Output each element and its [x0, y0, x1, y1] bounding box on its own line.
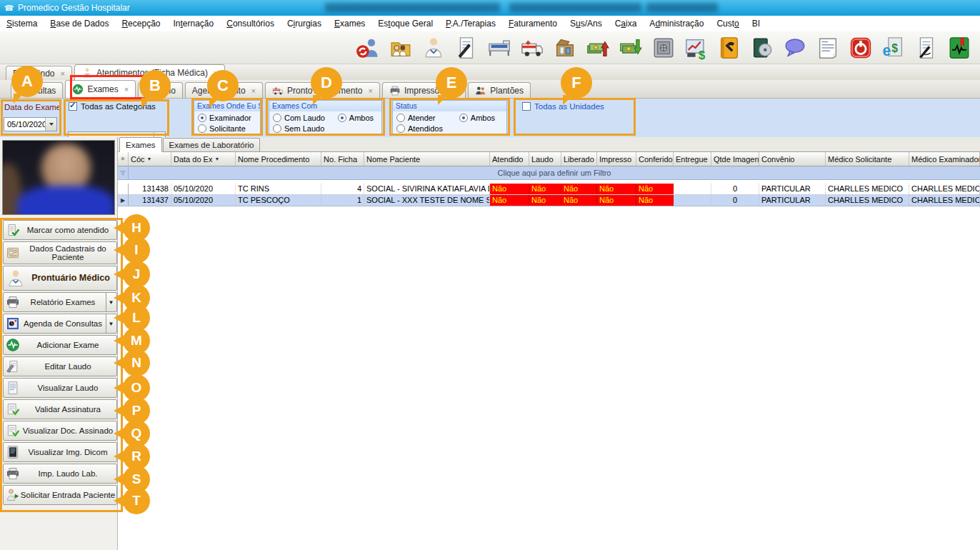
grid-tabs: Exames Exames de Laboratório — [118, 137, 980, 152]
menu-item-base-de-dados[interactable]: Base de Dados — [44, 16, 115, 31]
cell-data-do-ex: 05/10/2020 — [171, 195, 236, 206]
redacted-text — [646, 3, 718, 12]
filter-icon — [118, 166, 129, 179]
menu-item-p-a-terapias[interactable]: P.A./Terapias — [439, 16, 502, 31]
column-label: Médico Solicitante — [828, 155, 891, 164]
menu-item-sus-ans[interactable]: Sus/Ans — [564, 16, 609, 31]
cash-out-icon[interactable] — [619, 36, 643, 60]
column-header-impresso[interactable]: Impresso — [597, 152, 636, 166]
column-header-data-do-ex[interactable]: Data do Ex▼ — [171, 152, 236, 166]
cell-nome-procedimento: TC PESCOÇO — [236, 195, 321, 206]
grid-header: ✳Cóc▼Data do Ex▼Nome ProcedimentoNo. Fic… — [118, 152, 980, 166]
tab-exames-de-laboratorio[interactable]: Exames de Laboratório — [163, 138, 261, 151]
column-header-qtde-imagens[interactable]: Qtde Imagens — [711, 152, 759, 166]
menu-item-sistema[interactable]: Sistema — [0, 16, 44, 31]
table-row[interactable]: ▶13143705/10/2020TC PESCOÇO1SOCIAL - XXX… — [118, 195, 980, 206]
menu-item-consultorios[interactable]: Consultórios — [220, 16, 281, 31]
tab-exames[interactable]: Exames — [119, 137, 162, 152]
menu-item-administracao[interactable]: Administração — [643, 16, 710, 31]
cash-in-icon[interactable] — [586, 36, 610, 60]
annotation-badge-E: E — [436, 67, 467, 99]
column-label: Nome Paciente — [366, 155, 420, 164]
column-label: Conferido — [639, 155, 673, 164]
column-header-medico-examinador[interactable]: Médico Examinador — [909, 152, 980, 166]
column-label: Nome Procedimento — [238, 155, 309, 164]
column-label: Entregue — [676, 155, 708, 164]
close-icon[interactable]: × — [251, 86, 256, 95]
menu-item-bi[interactable]: BI — [746, 16, 766, 31]
column-header-nome-paciente[interactable]: Nome Paciente — [364, 152, 490, 166]
invoice-icon[interactable] — [816, 36, 840, 60]
title-bar: ☎ Promedico Gestão Hospitalar — [0, 0, 980, 16]
menu-item-internacao[interactable]: Internação — [166, 16, 220, 31]
sort-descending-icon[interactable]: ▼ — [147, 156, 152, 161]
pharmacy-icon[interactable] — [553, 36, 577, 60]
column-header-atendido[interactable]: Atendido — [490, 152, 529, 166]
patient-records-icon[interactable] — [389, 36, 413, 60]
close-icon[interactable]: × — [60, 69, 64, 78]
sort-descending-icon[interactable]: ▼ — [214, 156, 219, 161]
finance-chart-icon[interactable]: $ — [684, 36, 709, 60]
menu-item-caixa[interactable]: Caixa — [609, 16, 644, 31]
cell-data-do-ex: 05/10/2020 — [171, 184, 236, 194]
row-selector: ▶ — [118, 195, 129, 206]
table-row[interactable]: 13143805/10/2020TC RINS4SOCIAL - SIVIRIN… — [118, 184, 980, 195]
menu-item-faturamento[interactable]: Faturamento — [502, 16, 564, 31]
health-log-icon[interactable] — [947, 36, 971, 60]
grid-filter-row[interactable]: Clique aqui para definir um Filtro — [118, 166, 980, 180]
column-header-nome-procedimento[interactable]: Nome Procedimento — [236, 152, 321, 166]
column-header-row-selector[interactable]: ✳ — [118, 152, 129, 166]
callout-units — [514, 98, 636, 136]
cell-impresso: Não — [597, 195, 636, 206]
column-header-convenio[interactable]: Convênio — [759, 152, 826, 166]
contract-icon[interactable] — [454, 36, 479, 60]
cell-coc: 131437 — [129, 195, 171, 206]
column-label: Atendido — [492, 155, 523, 164]
menu-item-custo[interactable]: Custo — [710, 16, 745, 31]
annotation-badge-T: T — [123, 487, 150, 514]
close-icon[interactable]: × — [368, 86, 372, 95]
media-book-icon[interactable] — [750, 36, 774, 60]
annotation-badge-F: F — [561, 67, 592, 99]
column-label: Cóc — [131, 155, 145, 164]
column-label: Médico Examinador — [911, 155, 980, 164]
annotation-badge-N: N — [123, 349, 150, 376]
tab-plantoes[interactable]: Plantões — [468, 82, 531, 98]
callout-categories — [64, 99, 169, 136]
e-billing-icon[interactable]: $e — [881, 36, 906, 60]
column-header-entregue[interactable]: Entregue — [674, 152, 711, 166]
menu-item-estoque-geral[interactable]: Estoque Geral — [371, 16, 439, 31]
column-header-no-ficha[interactable]: No. Ficha — [321, 152, 364, 166]
annotation-badge-I: I — [123, 236, 150, 264]
callout-exam-date — [1, 99, 61, 136]
cell-qtde-imagens: 0 — [711, 184, 759, 194]
callout-exams-with — [266, 98, 385, 136]
menu-item-cirurgias[interactable]: Cirurgias — [281, 16, 328, 31]
ambulance-icon[interactable] — [520, 36, 544, 60]
column-header-liberado[interactable]: Liberado — [561, 152, 597, 166]
annotation-badge-C: C — [207, 70, 239, 101]
chat-icon[interactable] — [783, 36, 807, 60]
column-header-laudo[interactable]: Laudo — [529, 152, 561, 166]
people-icon — [475, 85, 486, 96]
redacted-text — [325, 3, 500, 12]
cell-no-ficha: 4 — [321, 184, 364, 194]
doctor-icon[interactable] — [421, 36, 446, 60]
sync-patients-icon[interactable] — [356, 36, 380, 60]
menu-item-recepcao[interactable]: Recepção — [115, 16, 166, 31]
column-header-medico-solicitante[interactable]: Médico Solicitante — [826, 152, 909, 166]
callout-sidebar — [0, 218, 123, 512]
phone-book-icon[interactable] — [717, 36, 741, 60]
tab-label: Plantões — [490, 86, 524, 96]
cell-convenio: PARTICULAR — [759, 195, 826, 206]
cell-qtde-imagens: 0 — [711, 195, 759, 206]
column-header-conferido[interactable]: Conferido — [636, 152, 674, 166]
hospital-bed-icon[interactable] — [487, 36, 511, 60]
column-header-coc[interactable]: Cóc▼ — [129, 152, 171, 166]
cell-liberado: Não — [561, 184, 597, 194]
power-off-icon[interactable] — [849, 36, 873, 60]
signed-document-icon[interactable] — [914, 36, 939, 60]
safe-icon[interactable] — [651, 36, 676, 60]
cell-nome-procedimento: TC RINS — [236, 184, 321, 194]
menu-item-exames[interactable]: Exames — [328, 16, 371, 31]
